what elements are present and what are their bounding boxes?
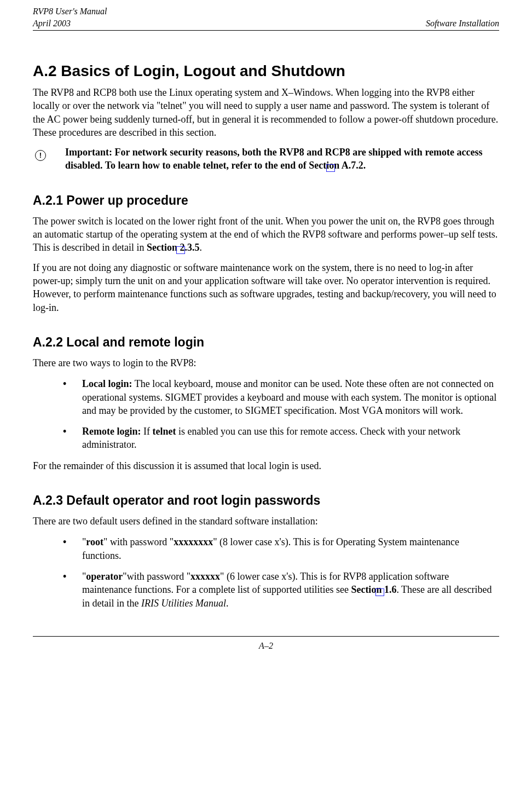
local-login-desc: The local keyboard, mouse and monitor ca… [82,378,496,416]
op-mid: "with password " [123,571,190,582]
bullet-icon: • [63,535,82,562]
important-suffix: . [363,160,366,171]
a23-intro: There are two default users defined in t… [33,515,499,528]
header-right: Software Installation [426,5,499,29]
section-ref-235[interactable]: Section 2.3.5 [147,242,200,253]
telnet-term: telnet [152,426,176,437]
manual-title: RVP8 User's Manual [33,5,107,18]
list-item-root-user: • "root" with password "xxxxxxxx" (8 low… [63,535,499,562]
bullet-text: "operator"with password "xxxxxx" (6 lowe… [82,570,499,610]
list-item-local-login: • Local login: The local keyboard, mouse… [63,377,499,417]
important-note: ! Important: For network security reason… [33,146,499,172]
heading-a21: A.2.1 Power up procedure [33,192,499,209]
root-mid: " with password " [103,536,174,547]
page-number: A–2 [259,641,273,650]
exclamation-icon: ! [35,150,46,161]
a21-paragraph-2: If you are not doing any diagnostic or s… [33,261,499,314]
login-types-list: • Local login: The local keyboard, mouse… [63,377,499,451]
bullet-text: Remote login: If telnet is enabled you c… [82,425,499,452]
important-text: Important: For network security reasons,… [65,146,499,172]
section-ref-16[interactable]: Section 1.6 [351,584,396,595]
op-post3: . [226,598,229,609]
heading-a23: A.2.3 Default operator and root login pa… [33,492,499,509]
root-user: root [86,536,103,547]
a21-paragraph-1: The power switch is located on the lower… [33,215,499,255]
a22-intro: There are two ways to login to the RVP8: [33,356,499,369]
op-pass: xxxxxx [190,571,220,582]
header-left: RVP8 User's Manual April 2003 [33,5,107,29]
root-pass: xxxxxxxx [174,536,213,547]
bullet-icon: • [63,377,82,417]
a22-outro: For the remainder of this discussion it … [33,459,499,472]
iris-manual-ref: IRIS Utilities Manual [141,598,226,609]
page-footer: A–2 [33,636,499,652]
a21-p1b: . [199,242,202,253]
list-item-operator-user: • "operator"with password "xxxxxx" (6 lo… [63,570,499,610]
section-title: Software Installation [426,18,499,30]
default-users-list: • "root" with password "xxxxxxxx" (8 low… [63,535,499,609]
heading-a2: A.2 Basics of Login, Logout and Shutdown [33,61,499,82]
bullet-icon: • [63,425,82,452]
heading-a22: A.2.2 Local and remote login [33,334,499,351]
op-user: operator [86,571,123,582]
bullet-text: "root" with password "xxxxxxxx" (8 lower… [82,535,499,562]
important-prefix: Important: For network security reasons,… [65,147,483,171]
page-header: RVP8 User's Manual April 2003 Software I… [33,5,499,31]
list-item-remote-login: • Remote login: If telnet is enabled you… [63,425,499,452]
bullet-text: Local login: The local keyboard, mouse a… [82,377,499,417]
document-page: RVP8 User's Manual April 2003 Software I… [0,0,532,668]
local-login-label: Local login: [82,378,132,389]
remote-login-label: Remote login: [82,426,141,437]
a2-paragraph-1: The RVP8 and RCP8 both use the Linux ope… [33,86,499,139]
bullet-icon: • [63,570,82,610]
manual-date: April 2003 [33,18,107,30]
section-ref-a72[interactable]: Section A.7.2 [309,160,363,171]
important-icon: ! [33,146,65,172]
remote-login-t1: If [141,426,152,437]
a21-p1a: The power switch is located on the lower… [33,216,498,253]
